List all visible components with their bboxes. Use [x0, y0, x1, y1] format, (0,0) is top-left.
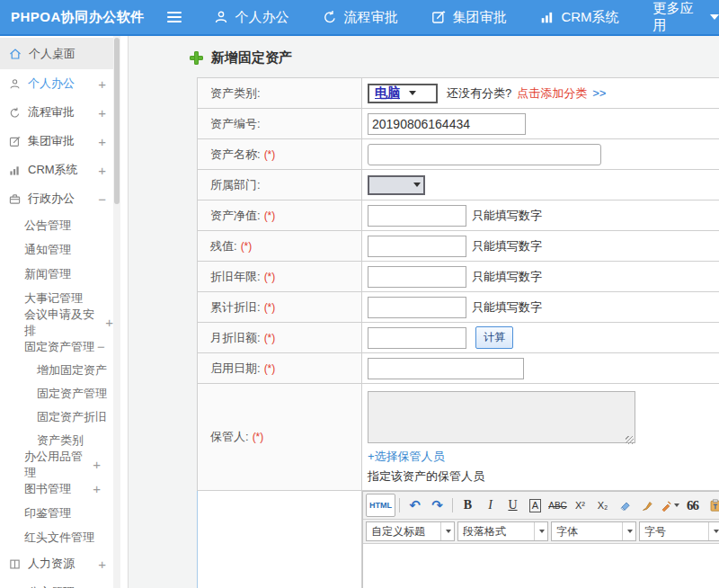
font-style-button[interactable]: A	[524, 496, 546, 514]
expander-icon[interactable]: −	[98, 192, 106, 206]
nav-more-apps[interactable]: 更多应用	[653, 0, 719, 34]
sidebar-item-label: 个人桌面	[29, 46, 75, 62]
salvage-value-input[interactable]	[368, 236, 466, 257]
expander-icon[interactable]: +	[105, 316, 113, 329]
department-select[interactable]	[368, 175, 425, 195]
paragraph-format-select[interactable]: 段落格式	[457, 521, 548, 541]
font-size-select[interactable]: 字号	[639, 521, 719, 541]
expander-icon[interactable]: +	[93, 482, 101, 495]
subscript-button[interactable]: X₂	[591, 496, 614, 514]
custom-heading-select[interactable]: 自定义标题	[366, 521, 455, 541]
redo-button[interactable]: ↷	[426, 496, 448, 514]
undo-button[interactable]: ↶	[404, 496, 426, 514]
nav-workflow-approval[interactable]: 流程审批	[323, 9, 397, 26]
sidebar-item[interactable]: 公告管理	[0, 213, 113, 237]
sidebar-item-label: 增加固定资产	[37, 362, 107, 379]
sidebar-item[interactable]: 固定资产管理−	[0, 334, 113, 359]
nav-group-approval[interactable]: 集团审批	[431, 9, 506, 26]
sidebar-item[interactable]: 公文管理+	[0, 578, 113, 588]
monthly-depreciation-input[interactable]	[368, 327, 466, 349]
sidebar-item-label: 公文管理	[28, 584, 75, 588]
form-row-keeper: 保管人: (*) +选择保管人员 指定该资产的保管人员	[198, 384, 719, 491]
format-painter-button[interactable]	[659, 496, 681, 514]
expander-icon[interactable]: +	[98, 164, 106, 177]
field-label: 资产净值: (*)	[198, 200, 362, 230]
add-category-link[interactable]: 点击添加分类	[517, 85, 587, 102]
field-label: 累计折旧: (*)	[198, 292, 362, 322]
select-label: 自定义标题	[371, 524, 425, 539]
rich-text-editor: HTML ↶ ↷ B I U A ABC X² X₂	[362, 491, 719, 588]
sidebar-item-label: CRM系统	[28, 162, 78, 178]
sidebar-item[interactable]: 图书管理+	[0, 477, 113, 501]
expander-icon[interactable]: +	[98, 106, 106, 120]
label-text: 残值:	[210, 238, 237, 254]
scrollbar-thumb[interactable]	[114, 38, 120, 204]
asset-name-input[interactable]	[368, 144, 601, 165]
eraser-button[interactable]	[614, 496, 636, 514]
sidebar-item[interactable]: 新闻管理	[0, 262, 113, 286]
strikethrough-button[interactable]: ABC	[546, 496, 569, 514]
label-text: 累计折旧:	[210, 299, 261, 316]
expander-icon[interactable]: +	[98, 77, 106, 91]
select-label: 字号	[644, 524, 666, 539]
sidebar-item[interactable]: 增加固定资产	[0, 359, 113, 382]
keeper-textarea[interactable]	[368, 391, 635, 443]
accumulated-depreciation-input[interactable]	[368, 297, 466, 318]
category-select[interactable]: 电脑	[368, 84, 438, 103]
app-logo[interactable]: PHPOA协同办公软件	[0, 9, 162, 26]
calculate-button[interactable]: 计算	[475, 326, 513, 349]
net-value-input[interactable]	[368, 205, 466, 227]
expander-icon[interactable]: +	[93, 458, 101, 471]
add-category-arrows[interactable]: >>	[592, 86, 606, 100]
font-family-select[interactable]: 字体	[551, 521, 636, 541]
sidebar-item[interactable]: CRM系统+	[0, 156, 113, 184]
start-date-input[interactable]	[368, 358, 524, 379]
label-text: 启用日期:	[210, 361, 261, 377]
sidebar-item[interactable]: 个人办公+	[0, 69, 113, 98]
html-source-button[interactable]: HTML	[366, 494, 395, 517]
clean-format-brush-button[interactable]	[636, 496, 659, 514]
asset-no-input[interactable]	[368, 113, 526, 135]
sidebar-item[interactable]: 固定资产折旧	[0, 405, 113, 429]
expander-icon[interactable]: +	[98, 135, 106, 148]
numeric-hint: 只能填写数字	[472, 238, 542, 254]
editor-content[interactable]	[363, 544, 719, 588]
select-keeper-link[interactable]: +选择保管人员	[368, 449, 445, 465]
sidebar-item[interactable]: 印鉴管理	[0, 501, 113, 525]
depreciation-years-input[interactable]	[368, 266, 466, 288]
field-label: 资产编号:	[198, 109, 362, 138]
paste-as-text-button[interactable]	[704, 496, 719, 514]
sidebar-item[interactable]: 红头文件管理	[0, 525, 113, 549]
sidebar-item[interactable]: 流程审批+	[0, 98, 113, 127]
form-row-depreciation-years: 折旧年限: (*) 只能填写数字	[198, 262, 719, 292]
field-label: 启用日期: (*)	[198, 353, 362, 383]
expander-icon[interactable]: −	[97, 340, 105, 353]
sidebar-item-label: 图书管理	[24, 481, 71, 497]
italic-button[interactable]: I	[479, 496, 502, 514]
asset-form: 资产类别: 电脑 还没有分类? 点击添加分类 >> 资产编号:	[197, 77, 719, 588]
sidebar-item[interactable]: 办公用品管理+	[0, 452, 113, 477]
hamburger-menu-icon[interactable]	[167, 12, 182, 22]
underline-button[interactable]: U	[502, 496, 524, 514]
required-mark: (*)	[264, 332, 276, 344]
blockquote-button[interactable]: 66	[681, 496, 704, 514]
form-row-asset-no: 资产编号:	[198, 109, 719, 139]
sidebar-item-label: 行政办公	[28, 191, 75, 207]
page-title: 新增固定资产	[190, 49, 719, 67]
sidebar-item[interactable]: 会议申请及安排+	[0, 310, 113, 334]
sidebar-item[interactable]: 固定资产管理	[0, 382, 113, 405]
sidebar-item[interactable]: 人力资源+	[0, 549, 113, 578]
sidebar-scrollbar[interactable]	[113, 36, 120, 588]
nav-personal-office[interactable]: 个人办公	[214, 9, 288, 26]
sidebar-item[interactable]: 个人桌面	[0, 38, 113, 69]
expander-icon[interactable]: +	[98, 557, 106, 571]
form-row-salvage-value: 残值: (*) 只能填写数字	[198, 231, 719, 262]
nav-crm-system[interactable]: CRM系统	[540, 9, 618, 26]
nav-label: 集团审批	[452, 9, 506, 26]
form-row-accumulated-depreciation: 累计折旧: (*) 只能填写数字	[198, 292, 719, 323]
superscript-button[interactable]: X²	[569, 496, 591, 514]
sidebar-item[interactable]: 通知管理	[0, 237, 113, 262]
sidebar-item[interactable]: 集团审批+	[0, 127, 113, 156]
bold-button[interactable]: B	[457, 496, 479, 514]
sidebar-item[interactable]: 行政办公−	[0, 184, 113, 213]
